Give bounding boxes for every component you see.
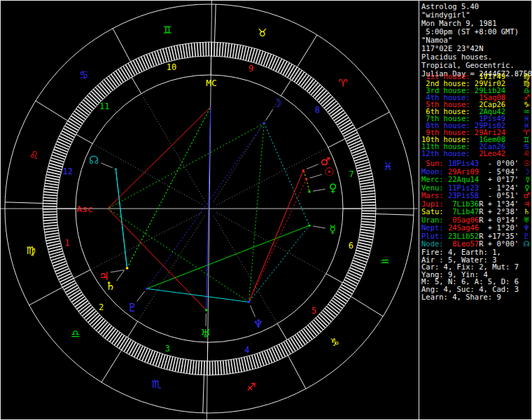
mercury-position-dot [308, 224, 310, 226]
node-pointer-line [101, 163, 113, 168]
house-number-4: 4 [244, 345, 249, 355]
chart-date: Mon March 9, 1981 [421, 19, 531, 27]
planet-latitude: +17°35' [484, 232, 519, 240]
aspect-line-asc-mc-square [108, 107, 211, 209]
house-cusp-value: 2Leo42 [470, 149, 506, 158]
uranus-icon: ♅ [200, 327, 210, 340]
planet-latitude: - 5°04' [484, 167, 519, 176]
house-cusp-segment-9 [281, 80, 290, 96]
neptune-position-dot [248, 301, 250, 303]
planet-label: Merc: [421, 175, 444, 183]
stats-ang-suc-cad: Ang: 4, Suc: 4, Cad: 3 [421, 286, 531, 293]
house-system: Placidus houses. [421, 52, 531, 61]
planet-position-value: 8Leo57 [444, 239, 479, 248]
house-cusp-dotted-2 [90, 212, 202, 270]
sign-boundary [36, 101, 68, 120]
midheaven-label: MC [206, 78, 217, 88]
element-stats: Fire: 4, Earth: 1, Air : 5, Water: 3 Car… [421, 248, 531, 300]
pluto-icon: ♇ [127, 301, 137, 314]
planet-label: Sun: [421, 159, 444, 167]
aspect-line-moon-pluto-opposition [147, 123, 264, 288]
stats-elements-1: Fire: 4, Earth: 1, [421, 248, 531, 256]
planet-position-value: 22Aqu14 [444, 175, 479, 183]
chart-header: Astrolog 5.40 "windygirl" Mon March 9, 1… [421, 2, 531, 78]
house-cusp-dotted-12 [92, 144, 202, 204]
node-position-dot [115, 168, 117, 170]
house-cusp-list: 1st house: 1Vir49♍ 2nd house: 29Vir02♍ 3… [421, 73, 531, 157]
house-cusp-dotted-11 [141, 94, 205, 202]
mercury-icon: ☿ [330, 223, 337, 236]
planet-label: Mars: [421, 191, 444, 200]
moon-icon: ☽ [272, 97, 281, 110]
house-cusp-dotted-9 [214, 96, 281, 202]
node-icon: ☊ [89, 153, 99, 167]
planet-latitude: - 0°00' [484, 159, 519, 167]
aspect-line-sun-mars-conjunction [303, 170, 306, 179]
neptune-icon: ♆ [524, 224, 530, 232]
sagittarius-icon: ♐ [246, 381, 255, 393]
aspect-line-mars-neptune-square [249, 170, 304, 302]
house-cusp-dotted-8 [217, 148, 328, 205]
app-title: Astrolog 5.40 [421, 2, 531, 10]
sign-boundary [376, 214, 414, 216]
mercury-pointer-line [313, 226, 326, 228]
moon-pointer-line [266, 110, 273, 120]
ascendant-label: Asc [76, 204, 92, 214]
house-number-12: 12 [62, 167, 72, 176]
house-cusp-segment-6 [326, 274, 343, 283]
chart-time: 5:00pm (ST +8:00 GMT) [421, 27, 531, 36]
neptune-pointer-line [250, 305, 255, 317]
house-number-7: 7 [349, 169, 354, 179]
scorpio-icon: ♏ [151, 378, 161, 391]
virgo-icon: ♍ [26, 244, 35, 257]
sign-boundary [297, 35, 316, 67]
planet-position-value: 11Pis23 [444, 183, 479, 192]
house-number-5: 5 [312, 306, 316, 316]
sign-boundary [29, 287, 63, 305]
planet-latitude: + 0°00' [484, 239, 519, 248]
mars-position-dot [302, 169, 304, 172]
uranus-position-dot [205, 309, 207, 311]
house-cusp-dotted-6 [216, 213, 326, 274]
saturn-pointer-line [117, 270, 125, 281]
sign-boundary [5, 202, 43, 204]
planet-position-value: 7Lib36 [444, 200, 479, 208]
planet-latitude: - 0°51' [484, 191, 519, 200]
stats-learn-share: Learn: 4, Share: 9 [421, 293, 531, 301]
house-cusp-dotted-5 [214, 216, 277, 323]
planet-label: Moon: [421, 167, 444, 176]
planet-label: Venu: [421, 183, 444, 192]
sun-position-dot [305, 178, 307, 180]
house-number-1: 1 [64, 238, 69, 248]
planet-latitude: - 1°24' [484, 183, 519, 192]
moon-position-dot [263, 122, 265, 124]
planet-position-value: 7Lib47 [444, 207, 479, 216]
pluto-position-dot [146, 288, 148, 290]
house-cusp-segment-12 [76, 134, 93, 144]
planet-label: Uran: [421, 216, 444, 224]
venus-position-dot [308, 190, 310, 192]
planet-label: Nept: [421, 223, 444, 232]
sidebar-divider [419, 0, 419, 420]
planet-position-list: Sun: 18Pis43 - 0°00'☉Moon: 29Ari09 - 5°0… [421, 160, 531, 248]
venus-pointer-line [313, 189, 326, 191]
planet-position-value: 24Sag46 [444, 223, 479, 232]
sign-boundary [288, 356, 306, 389]
chart-coords: 117°02E 23°42N [421, 44, 531, 52]
zodiac-mode: Tropical, Geocentric. [421, 61, 531, 69]
planet-latitude: + 2°38' [484, 207, 519, 216]
venus-icon: ♀ [329, 181, 337, 195]
saturn-position-dot [126, 267, 128, 269]
sign-boundary [203, 375, 204, 413]
sign-boundary [102, 350, 121, 382]
neptune-icon: ♆ [253, 317, 263, 330]
chart-name: "windygirl" [421, 10, 531, 19]
aspect-line-neptune-pluto-sextile [147, 288, 249, 302]
aries-icon: ♈ [338, 77, 347, 90]
sun-pointer-line [310, 174, 322, 178]
info-sidebar: Astrolog 5.40 "windygirl" Mon March 9, 1… [421, 0, 531, 420]
house-row-12: 12th house: 2Leo42♌ [421, 150, 531, 157]
planet-label: Satu: [421, 207, 444, 216]
sun-icon: ☉ [524, 160, 530, 168]
capricorn-icon: ♑ [330, 336, 340, 349]
